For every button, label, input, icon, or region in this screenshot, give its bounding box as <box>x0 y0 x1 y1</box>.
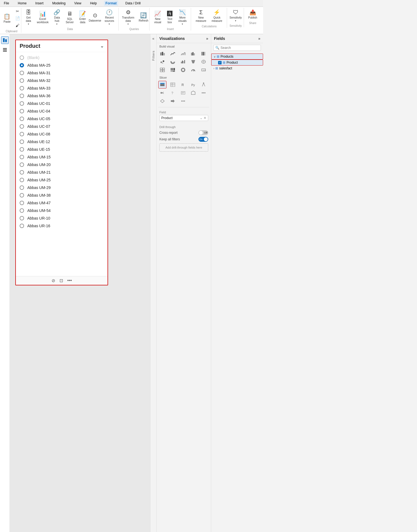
slicer-item[interactable]: Abbas UE-12 <box>16 138 108 146</box>
slicer-item[interactable]: Abbas UM-54 <box>16 207 108 214</box>
quick-measure-button[interactable]: ⚡ Quick measure <box>209 8 225 24</box>
slicer-item[interactable]: Abbas UC-05 <box>16 115 108 123</box>
viz-treemap[interactable] <box>169 66 177 74</box>
viz-area-chart[interactable] <box>179 50 187 57</box>
report-view-icon[interactable] <box>1 36 9 44</box>
viz-matrix[interactable] <box>158 66 166 74</box>
slicer-item[interactable]: Abbas MA-33 <box>16 84 108 92</box>
viz-pie-chart[interactable] <box>169 58 177 66</box>
get-data-button[interactable]: 🗄 Get data ▾ <box>23 8 34 26</box>
viz-100-stacked[interactable] <box>199 50 208 57</box>
menu-modeling[interactable]: Modeling <box>50 1 67 6</box>
keep-filters-toggle[interactable]: On <box>198 137 208 142</box>
sensitivity-button[interactable]: 🛡 Sensitivity ▾ <box>228 8 243 23</box>
viz-ellipsis[interactable] <box>179 97 187 105</box>
slicer-item[interactable]: Abbas MA-31 <box>16 69 108 77</box>
viz-scatter[interactable] <box>158 58 166 66</box>
slicer-filter-icon[interactable]: ⊘ <box>52 278 55 283</box>
new-measure-button[interactable]: Σ New measure <box>194 8 208 24</box>
slicer-expand-icon[interactable]: ⊡ <box>59 278 63 283</box>
menu-home[interactable]: Home <box>16 1 28 6</box>
field-expand-icon[interactable]: ⌄ <box>200 116 202 120</box>
slicer-item[interactable]: Abbas UM-38 <box>16 191 108 199</box>
viz-card[interactable]: 123 <box>199 66 208 74</box>
slicer-item[interactable]: Abbas UC-08 <box>16 130 108 138</box>
paste-button[interactable]: 📋 Paste <box>2 12 13 25</box>
tree-item-products[interactable]: ∨⊞Products <box>211 54 263 60</box>
slicer-item[interactable]: Abbas UM-20 <box>16 161 108 169</box>
viz-slicer-selected[interactable] <box>158 81 166 88</box>
slicer-item[interactable]: Abbas UM-47 <box>16 199 108 207</box>
viz-gauge[interactable] <box>189 66 197 74</box>
viz-arrow[interactable] <box>169 97 177 105</box>
viz-decomposition[interactable] <box>199 81 208 88</box>
slicer-item[interactable]: Abbas UR-16 <box>16 222 108 230</box>
viz-key-influencers[interactable] <box>158 89 166 97</box>
text-box-button[interactable]: 🅰 Text box <box>164 9 175 25</box>
recent-sources-button[interactable]: 🕐 Recent sources ▾ <box>102 8 117 26</box>
search-icon: 🔍 <box>215 46 219 50</box>
fields-expand-icon[interactable]: » <box>258 36 260 41</box>
tree-child-item[interactable]: ✓⊞Product <box>211 60 263 66</box>
viz-expand-icon[interactable]: » <box>206 36 208 41</box>
slicer-more-icon[interactable]: ••• <box>67 278 72 283</box>
fields-search-box[interactable]: 🔍 <box>213 45 261 51</box>
viz-paginated-report[interactable] <box>189 89 197 97</box>
add-drill-through-box[interactable]: Add drill-through fields here <box>159 143 208 152</box>
slicer-item[interactable]: Abbas UM-25 <box>16 176 108 184</box>
copy-button[interactable]: 📄 <box>14 15 22 22</box>
viz-waterfall[interactable] <box>179 58 187 66</box>
cut-button[interactable]: ✂ <box>14 8 22 14</box>
viz-r-script[interactable]: R <box>179 81 187 88</box>
more-visuals-button[interactable]: 📉 More visuals ▾ <box>176 8 189 26</box>
slicer-item[interactable]: Abbas MA-36 <box>16 92 108 100</box>
cross-report-toggle[interactable]: Off <box>198 130 208 135</box>
menu-format[interactable]: Format <box>104 1 118 6</box>
menu-help[interactable]: Help <box>88 1 99 6</box>
data-view-icon[interactable] <box>1 46 9 54</box>
sql-button[interactable]: 🖥 SQL Server <box>64 9 76 25</box>
viz-clustered-bar[interactable] <box>189 50 197 57</box>
viz-map[interactable] <box>199 58 208 66</box>
refresh-button[interactable]: 🔄 Refresh <box>138 11 149 23</box>
slicer-chevron-icon[interactable]: ⌄ <box>100 43 104 49</box>
slicer-item[interactable]: Abbas UM-21 <box>16 169 108 176</box>
slicer-item[interactable]: Abbas UM-29 <box>16 184 108 191</box>
dataverse-button[interactable]: ⊙ Dataverse <box>90 11 101 23</box>
viz-stacked-bar[interactable] <box>158 50 166 57</box>
slicer-item[interactable]: Abbas UE-15 <box>16 146 108 153</box>
filters-collapse-icon[interactable]: « <box>152 36 154 41</box>
slicer-item[interactable]: Abbas MA-32 <box>16 77 108 84</box>
menu-insert[interactable]: Insert <box>34 1 45 6</box>
viz-table[interactable] <box>169 81 177 88</box>
slicer-item[interactable]: Abbas UM-15 <box>16 153 108 161</box>
slicer-item[interactable]: Abbas UC-07 <box>16 123 108 130</box>
viz-smart-narrative[interactable] <box>179 89 187 97</box>
fields-search-input[interactable] <box>221 46 261 50</box>
viz-more[interactable] <box>199 89 208 97</box>
tree-item-salesfact[interactable]: ›⊞salesfact <box>211 66 263 71</box>
viz-python[interactable]: Py <box>189 81 197 88</box>
format-painter-button[interactable]: 🖌 <box>14 22 22 29</box>
menu-file[interactable]: File <box>2 1 11 6</box>
enter-data-button[interactable]: 📝 Enter data <box>77 9 88 25</box>
field-remove-icon[interactable]: ✕ <box>204 116 206 120</box>
viz-qa-visual[interactable]: ? <box>169 89 177 97</box>
viz-donut[interactable] <box>179 66 187 74</box>
viz-line-chart[interactable] <box>169 50 177 57</box>
slicer-item[interactable]: Abbas UR-10 <box>16 214 108 222</box>
new-visual-button[interactable]: 📈 New visual <box>152 9 163 25</box>
slicer-item[interactable]: Abbas MA-25 <box>16 61 108 69</box>
slicer-item[interactable]: Abbas UC-04 <box>16 107 108 115</box>
menu-data-drill[interactable]: Data / Drill <box>124 1 142 6</box>
viz-funnel[interactable] <box>189 58 197 66</box>
slicer-item[interactable]: Abbas UC-01 <box>16 100 108 107</box>
excel-button[interactable]: 📊 Excel workbook <box>35 9 50 25</box>
publish-button[interactable]: 📤 Publish <box>247 8 259 20</box>
slicer-item[interactable]: (Blank) <box>16 54 108 61</box>
menu-view[interactable]: View <box>73 1 83 6</box>
viz-diamond[interactable] <box>158 97 166 105</box>
data-hub-button[interactable]: 🔗 Data hub ▾ <box>52 8 62 26</box>
transform-data-button[interactable]: ⚙ Transform data ▾ <box>119 8 137 26</box>
slicer-list[interactable]: (Blank)Abbas MA-25Abbas MA-31Abbas MA-32… <box>16 52 108 276</box>
